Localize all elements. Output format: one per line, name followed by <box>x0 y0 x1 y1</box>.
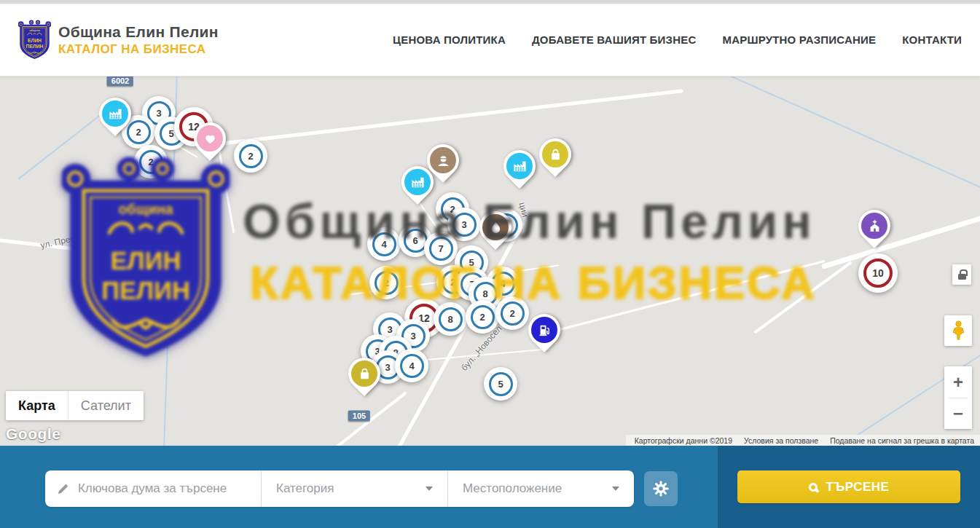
zoom-out-button[interactable]: − <box>944 398 972 429</box>
flame-icon <box>482 214 509 240</box>
site-title: Община Елин Пелин <box>58 23 219 41</box>
pencil-icon <box>57 482 69 496</box>
cluster-count: 5 <box>498 379 503 390</box>
site-subtitle: КАТАЛОГ НА БИЗНЕСА <box>58 42 219 57</box>
cluster-marker[interactable]: 2 <box>134 145 168 178</box>
cluster-count: 8 <box>482 288 487 299</box>
zoom-control: + − <box>944 366 972 429</box>
cluster-ring: 2 <box>239 144 263 168</box>
cluster-marker[interactable]: 8 <box>434 302 467 336</box>
advanced-settings-button[interactable] <box>644 471 678 506</box>
factory-icon <box>506 153 533 179</box>
municipality-crest-logo <box>18 20 51 60</box>
nav-item-add-business[interactable]: ДОБАВЕТЕ ВАШИЯТ БИЗНЕС <box>532 34 696 46</box>
cluster-marker[interactable]: 2 <box>466 300 499 334</box>
cluster-ring: 2 <box>501 302 525 326</box>
cluster-marker[interactable]: 4 <box>395 349 428 382</box>
map-type-map-button[interactable]: Карта <box>6 391 68 420</box>
heart-icon <box>197 125 223 151</box>
cluster-marker[interactable]: 10 <box>858 253 898 293</box>
attribution-terms-link[interactable]: Условия за ползване <box>744 436 818 445</box>
category-dropdown[interactable]: Категория <box>261 470 447 507</box>
cluster-ring: 10 <box>863 259 893 288</box>
cluster-ring: 2 <box>139 150 163 174</box>
cluster-count: 4 <box>381 239 386 250</box>
nav-item-route-schedule[interactable]: МАРШРУТНО РАЗПИСАНИЕ <box>722 34 876 46</box>
cluster-ring: 2 <box>471 305 495 329</box>
gear-icon <box>653 481 669 497</box>
cluster-count: 8 <box>447 314 452 325</box>
attribution-report-error-link[interactable]: Подаване на сигнал за грешка в картата <box>830 436 974 445</box>
brand-home-link[interactable]: Община Елин Пелин КАТАЛОГ НА БИЗНЕСА <box>18 20 219 60</box>
lock-button[interactable] <box>952 264 971 285</box>
church-icon <box>861 213 887 239</box>
main-nav: ЦЕНОВА ПОЛИТИКА ДОБАВЕТЕ ВАШИЯТ БИЗНЕС М… <box>393 34 962 46</box>
worker-category-pin[interactable] <box>427 144 459 186</box>
cluster-count: 2 <box>509 308 514 319</box>
chevron-down-icon <box>612 486 619 491</box>
map-attribution: Картографски данни ©2019 Условия за полз… <box>626 435 980 446</box>
cluster-marker[interactable]: 2 <box>369 266 403 299</box>
fuel-icon <box>531 317 557 343</box>
nav-item-pricing-policy[interactable]: ЦЕНОВА ПОЛИТИКА <box>393 34 506 46</box>
cluster-marker[interactable]: 4 <box>367 227 401 261</box>
cluster-ring: 5 <box>489 372 513 396</box>
header: Община Елин Пелин КАТАЛОГ НА БИЗНЕСА ЦЕН… <box>0 4 980 76</box>
map-type-control: Карта Сателит <box>6 391 144 420</box>
google-logo[interactable]: Google <box>6 425 60 443</box>
factory-icon <box>102 101 128 127</box>
cluster-marker[interactable]: 2 <box>495 296 529 330</box>
zoom-in-button[interactable]: + <box>944 367 972 398</box>
attribution-copyright: Картографски данни ©2019 <box>635 436 732 445</box>
cluster-ring: 7 <box>429 237 453 261</box>
keyword-field-wrap <box>45 470 261 507</box>
cluster-ring: 4 <box>400 354 424 378</box>
cluster-ring: 3 <box>452 213 477 237</box>
map-markers: 325122223546752274812822333834510 <box>0 76 980 446</box>
chevron-down-icon <box>426 486 433 491</box>
keyword-search-input[interactable] <box>78 481 249 496</box>
nav-item-contacts[interactable]: КОНТАКТИ <box>902 34 962 46</box>
search-fields-group: Категория Местоположение <box>45 470 634 507</box>
cluster-ring: 8 <box>439 307 463 331</box>
search-bar: ТЪРСЕНЕ Категория Местоположение <box>0 446 980 528</box>
search-button[interactable]: ТЪРСЕНЕ <box>737 470 960 503</box>
map-canvas[interactable]: 6002105ул. Преславбул. „Новоселции" 3251… <box>0 76 980 446</box>
flame-category-pin[interactable] <box>479 211 511 253</box>
magnifier-icon <box>809 483 818 492</box>
cluster-count: 2 <box>148 157 153 168</box>
cluster-count: 2 <box>248 151 253 162</box>
cluster-marker[interactable]: 2 <box>234 139 267 173</box>
worker-icon <box>430 147 456 173</box>
cluster-count: 3 <box>387 324 392 335</box>
heart-category-pin[interactable] <box>194 122 226 165</box>
pegman-icon <box>952 320 965 341</box>
cluster-marker[interactable]: 7 <box>424 232 458 265</box>
cluster-count: 10 <box>872 267 884 279</box>
factory-category-pin[interactable] <box>99 98 131 140</box>
cluster-count: 6 <box>412 235 418 246</box>
search-bar-right-panel: ТЪРСЕНЕ <box>718 446 980 528</box>
cluster-count: 2 <box>383 277 388 288</box>
fuel-category-pin[interactable] <box>528 314 560 356</box>
cluster-count: 7 <box>438 243 443 254</box>
cluster-marker[interactable]: 5 <box>484 367 517 401</box>
cluster-ring: 2 <box>375 271 399 295</box>
cluster-count: 2 <box>136 127 141 138</box>
factory-category-pin[interactable] <box>503 150 536 192</box>
cluster-count: 3 <box>385 362 390 373</box>
map-type-satellite-button[interactable]: Сателит <box>68 391 144 420</box>
church-category-pin[interactable] <box>858 210 890 252</box>
cluster-count: 3 <box>156 108 161 119</box>
bag-category-pin[interactable] <box>348 358 380 400</box>
lock-icon <box>958 274 966 280</box>
category-dropdown-label: Категория <box>276 481 334 496</box>
bag-category-pin[interactable] <box>539 138 571 181</box>
street-view-pegman-button[interactable] <box>944 315 972 346</box>
cluster-count: 5 <box>168 128 173 139</box>
cluster-count: 4 <box>409 360 414 371</box>
business-catalog-page: Община Елин Пелин КАТАЛОГ НА БИЗНЕСА ЦЕН… <box>0 0 980 528</box>
location-dropdown[interactable]: Местоположение <box>447 470 634 507</box>
cluster-count: 3 <box>461 219 466 230</box>
bag-icon <box>542 141 568 168</box>
